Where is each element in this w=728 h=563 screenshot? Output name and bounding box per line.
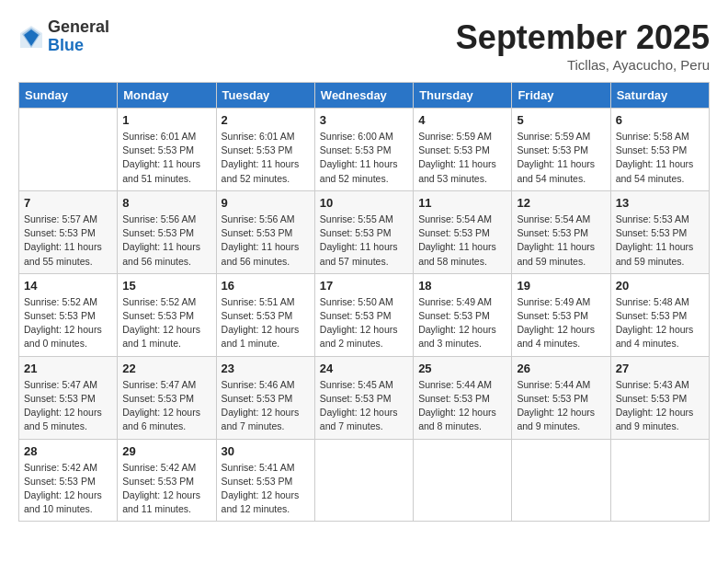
day-number: 26 — [517, 362, 605, 375]
calendar-cell: 27Sunrise: 5:43 AM Sunset: 5:53 PM Dayli… — [610, 356, 709, 439]
day-detail: Sunrise: 5:55 AM Sunset: 5:53 PM Dayligh… — [320, 213, 408, 269]
day-number: 19 — [517, 279, 605, 293]
calendar-cell — [414, 439, 512, 522]
calendar-cell: 30Sunrise: 5:41 AM Sunset: 5:53 PM Dayli… — [216, 439, 314, 522]
calendar-cell: 9Sunrise: 5:56 AM Sunset: 5:53 PM Daylig… — [216, 190, 314, 273]
calendar-cell — [512, 439, 610, 522]
day-number: 3 — [320, 113, 408, 127]
calendar-cell: 28Sunrise: 5:42 AM Sunset: 5:53 PM Dayli… — [19, 439, 118, 522]
calendar-week: 14Sunrise: 5:52 AM Sunset: 5:53 PM Dayli… — [19, 273, 710, 356]
header-row: SundayMondayTuesdayWednesdayThursdayFrid… — [19, 83, 710, 109]
day-number: 4 — [418, 113, 506, 127]
day-number: 14 — [24, 279, 112, 293]
day-detail: Sunrise: 5:50 AM Sunset: 5:53 PM Dayligh… — [320, 295, 408, 351]
day-detail: Sunrise: 5:41 AM Sunset: 5:53 PM Dayligh… — [222, 461, 310, 517]
header-day: Tuesday — [216, 83, 314, 109]
header-day: Friday — [512, 83, 610, 109]
header-day: Thursday — [414, 83, 512, 109]
calendar-cell: 13Sunrise: 5:53 AM Sunset: 5:53 PM Dayli… — [610, 190, 709, 273]
calendar-cell: 4Sunrise: 5:59 AM Sunset: 5:53 PM Daylig… — [414, 109, 512, 191]
day-detail: Sunrise: 5:51 AM Sunset: 5:53 PM Dayligh… — [222, 295, 310, 351]
calendar-week: 7Sunrise: 5:57 AM Sunset: 5:53 PM Daylig… — [19, 190, 710, 273]
day-detail: Sunrise: 5:45 AM Sunset: 5:53 PM Dayligh… — [320, 378, 408, 434]
day-detail: Sunrise: 6:00 AM Sunset: 5:53 PM Dayligh… — [320, 130, 408, 186]
calendar-body: 1Sunrise: 6:01 AM Sunset: 5:53 PM Daylig… — [19, 109, 710, 522]
calendar-cell: 17Sunrise: 5:50 AM Sunset: 5:53 PM Dayli… — [314, 273, 413, 356]
calendar-cell: 1Sunrise: 6:01 AM Sunset: 5:53 PM Daylig… — [118, 109, 216, 191]
calendar-title: September 2025 — [456, 18, 710, 57]
header-day: Monday — [118, 83, 216, 109]
day-detail: Sunrise: 5:57 AM Sunset: 5:53 PM Dayligh… — [24, 213, 112, 269]
day-detail: Sunrise: 5:52 AM Sunset: 5:53 PM Dayligh… — [24, 295, 112, 351]
calendar-cell: 14Sunrise: 5:52 AM Sunset: 5:53 PM Dayli… — [19, 273, 118, 356]
day-number: 22 — [122, 362, 210, 375]
calendar-header: SundayMondayTuesdayWednesdayThursdayFrid… — [19, 83, 710, 109]
calendar-subtitle: Ticllas, Ayacucho, Peru — [456, 57, 710, 73]
day-detail: Sunrise: 5:58 AM Sunset: 5:53 PM Dayligh… — [616, 130, 704, 186]
day-number: 2 — [222, 113, 310, 127]
day-number: 29 — [122, 444, 210, 458]
calendar-week: 28Sunrise: 5:42 AM Sunset: 5:53 PM Dayli… — [19, 439, 710, 522]
calendar-cell: 29Sunrise: 5:42 AM Sunset: 5:53 PM Dayli… — [118, 439, 216, 522]
calendar-cell — [314, 439, 413, 522]
day-number: 30 — [222, 444, 310, 458]
day-detail: Sunrise: 5:48 AM Sunset: 5:53 PM Dayligh… — [616, 295, 704, 351]
calendar-week: 21Sunrise: 5:47 AM Sunset: 5:53 PM Dayli… — [19, 356, 710, 439]
day-detail: Sunrise: 5:42 AM Sunset: 5:53 PM Dayligh… — [24, 461, 112, 517]
day-number: 13 — [616, 196, 704, 210]
day-number: 25 — [418, 362, 506, 375]
day-number: 8 — [122, 196, 210, 210]
calendar-cell: 26Sunrise: 5:44 AM Sunset: 5:53 PM Dayli… — [512, 356, 610, 439]
day-number: 6 — [616, 113, 704, 127]
day-number: 18 — [418, 279, 506, 293]
logo-icon — [18, 24, 44, 50]
day-detail: Sunrise: 5:56 AM Sunset: 5:53 PM Dayligh… — [122, 213, 210, 269]
calendar-cell — [19, 109, 118, 191]
calendar-cell: 8Sunrise: 5:56 AM Sunset: 5:53 PM Daylig… — [118, 190, 216, 273]
day-detail: Sunrise: 5:46 AM Sunset: 5:53 PM Dayligh… — [222, 378, 310, 434]
header-day: Wednesday — [314, 83, 413, 109]
calendar-cell: 22Sunrise: 5:47 AM Sunset: 5:53 PM Dayli… — [118, 356, 216, 439]
page-header: General Blue September 2025 Ticllas, Aya… — [18, 18, 710, 73]
day-number: 23 — [222, 362, 310, 375]
calendar-cell: 20Sunrise: 5:48 AM Sunset: 5:53 PM Dayli… — [610, 273, 709, 356]
calendar-cell: 10Sunrise: 5:55 AM Sunset: 5:53 PM Dayli… — [314, 190, 413, 273]
day-number: 21 — [24, 362, 112, 375]
logo-text: General Blue — [48, 18, 109, 55]
day-detail: Sunrise: 5:54 AM Sunset: 5:53 PM Dayligh… — [418, 213, 506, 269]
day-detail: Sunrise: 6:01 AM Sunset: 5:53 PM Dayligh… — [222, 130, 310, 186]
calendar-cell: 11Sunrise: 5:54 AM Sunset: 5:53 PM Dayli… — [414, 190, 512, 273]
day-number: 5 — [517, 113, 605, 127]
calendar-cell: 24Sunrise: 5:45 AM Sunset: 5:53 PM Dayli… — [314, 356, 413, 439]
calendar-cell: 7Sunrise: 5:57 AM Sunset: 5:53 PM Daylig… — [19, 190, 118, 273]
day-number: 11 — [418, 196, 506, 210]
calendar-cell: 21Sunrise: 5:47 AM Sunset: 5:53 PM Dayli… — [19, 356, 118, 439]
day-number: 10 — [320, 196, 408, 210]
calendar-cell — [610, 439, 709, 522]
day-detail: Sunrise: 5:47 AM Sunset: 5:53 PM Dayligh… — [122, 378, 210, 434]
day-number: 28 — [24, 444, 112, 458]
day-number: 9 — [222, 196, 310, 210]
day-detail: Sunrise: 5:44 AM Sunset: 5:53 PM Dayligh… — [517, 378, 605, 434]
header-day: Sunday — [19, 83, 118, 109]
calendar-table: SundayMondayTuesdayWednesdayThursdayFrid… — [18, 82, 710, 522]
calendar-cell: 18Sunrise: 5:49 AM Sunset: 5:53 PM Dayli… — [414, 273, 512, 356]
day-number: 16 — [222, 279, 310, 293]
day-detail: Sunrise: 5:44 AM Sunset: 5:53 PM Dayligh… — [418, 378, 506, 434]
day-detail: Sunrise: 5:52 AM Sunset: 5:53 PM Dayligh… — [122, 295, 210, 351]
calendar-cell: 2Sunrise: 6:01 AM Sunset: 5:53 PM Daylig… — [216, 109, 314, 191]
day-number: 15 — [122, 279, 210, 293]
calendar-cell: 15Sunrise: 5:52 AM Sunset: 5:53 PM Dayli… — [118, 273, 216, 356]
calendar-cell: 23Sunrise: 5:46 AM Sunset: 5:53 PM Dayli… — [216, 356, 314, 439]
logo-blue: Blue — [48, 37, 109, 55]
day-detail: Sunrise: 5:54 AM Sunset: 5:53 PM Dayligh… — [517, 213, 605, 269]
calendar-cell: 19Sunrise: 5:49 AM Sunset: 5:53 PM Dayli… — [512, 273, 610, 356]
title-block: September 2025 Ticllas, Ayacucho, Peru — [456, 18, 710, 73]
calendar-cell: 16Sunrise: 5:51 AM Sunset: 5:53 PM Dayli… — [216, 273, 314, 356]
day-detail: Sunrise: 5:59 AM Sunset: 5:53 PM Dayligh… — [517, 130, 605, 186]
calendar-cell: 12Sunrise: 5:54 AM Sunset: 5:53 PM Dayli… — [512, 190, 610, 273]
day-detail: Sunrise: 5:49 AM Sunset: 5:53 PM Dayligh… — [418, 295, 506, 351]
day-number: 20 — [616, 279, 704, 293]
day-detail: Sunrise: 5:47 AM Sunset: 5:53 PM Dayligh… — [24, 378, 112, 434]
day-detail: Sunrise: 5:53 AM Sunset: 5:53 PM Dayligh… — [616, 213, 704, 269]
